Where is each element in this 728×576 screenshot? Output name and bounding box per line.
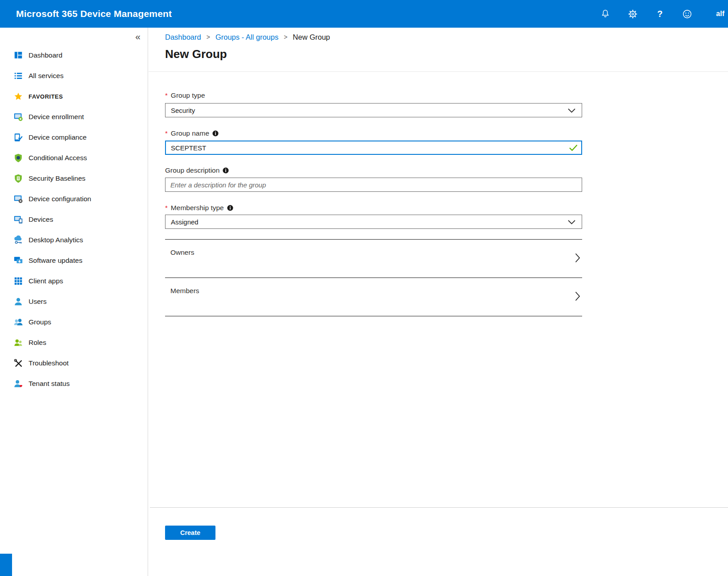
- new-group-form: * Group type Security * Group name Group…: [165, 28, 582, 576]
- sidebar-item-device-enrollment[interactable]: Device enrollment: [0, 107, 148, 127]
- membership-type-label: * Membership type: [165, 204, 233, 212]
- app-title: Microsoft 365 Device Management: [16, 8, 172, 19]
- group-type-label-text: Group type: [171, 91, 205, 99]
- sidebar-item-label: Software updates: [29, 257, 83, 265]
- sidebar-item-groups[interactable]: Groups: [0, 312, 148, 332]
- sidebar-item-label: Troubleshoot: [29, 359, 69, 367]
- sidebar-item-all-services[interactable]: All services: [0, 66, 148, 86]
- sidebar-item-software-updates[interactable]: Software updates: [0, 250, 148, 271]
- membership-type-label-text: Membership type: [171, 204, 224, 212]
- sidebar-item-label: Tenant status: [29, 380, 70, 388]
- create-button[interactable]: Create: [165, 526, 215, 540]
- sidebar-item-device-compliance[interactable]: Device compliance: [0, 127, 148, 148]
- info-icon[interactable]: [212, 130, 219, 137]
- sidebar-item-device-configuration[interactable]: Device configuration: [0, 189, 148, 209]
- client-apps-icon: [13, 276, 24, 286]
- chevron-right-icon: [575, 291, 580, 303]
- required-marker: *: [165, 91, 168, 99]
- sidebar-item-label: Users: [29, 298, 46, 306]
- users-icon: [13, 296, 24, 307]
- sidebar-item-users[interactable]: Users: [0, 291, 148, 312]
- membership-type-select[interactable]: Assigned: [165, 215, 582, 229]
- collapse-sidebar-icon[interactable]: «: [135, 31, 141, 42]
- sidebar-item-security-baselines[interactable]: Security Baselines: [0, 168, 148, 189]
- gear-icon[interactable]: [627, 8, 638, 19]
- device-compliance-icon: [13, 132, 24, 143]
- sidebar-item-conditional-access[interactable]: Conditional Access: [0, 148, 148, 168]
- group-description-input[interactable]: [165, 178, 582, 192]
- checkmark-icon: [569, 145, 578, 153]
- software-updates-icon: [13, 255, 24, 266]
- dashboard-icon: [13, 50, 24, 61]
- group-description-label-text: Group description: [165, 166, 219, 174]
- troubleshoot-icon: [13, 358, 24, 369]
- sidebar-item-label: Client apps: [29, 277, 63, 285]
- conditional-access-icon: [13, 153, 24, 163]
- help-icon[interactable]: ?: [654, 8, 665, 19]
- group-name-input[interactable]: [165, 141, 582, 155]
- group-name-label-text: Group name: [171, 129, 209, 137]
- sidebar-item-roles[interactable]: Roles: [0, 332, 148, 353]
- sidebar-item-tenant-status[interactable]: Tenant status: [0, 373, 148, 394]
- sidebar-item-label: All services: [29, 72, 63, 80]
- group-type-select[interactable]: Security: [165, 103, 582, 117]
- members-row[interactable]: Members: [165, 278, 582, 316]
- sidebar-item-desktop-analytics[interactable]: Desktop Analytics: [0, 230, 148, 250]
- desktop-analytics-icon: [13, 235, 24, 245]
- chevron-right-icon: [575, 253, 580, 265]
- account-name[interactable]: alf: [716, 10, 724, 18]
- sidebar-nav: Dashboard All services FAVORITES Device …: [0, 45, 148, 394]
- devices-icon: [13, 214, 24, 225]
- roles-icon: [13, 337, 24, 348]
- group-description-field: [165, 178, 582, 192]
- sidebar: « Dashboard All services FAVORITES Devic…: [0, 28, 148, 576]
- required-marker: *: [165, 204, 168, 211]
- sidebar-item-troubleshoot[interactable]: Troubleshoot: [0, 353, 148, 373]
- group-name-field: [165, 141, 582, 155]
- star-icon: [13, 91, 24, 102]
- device-enrollment-icon: [13, 112, 24, 122]
- chevron-down-icon: [568, 107, 575, 114]
- sidebar-item-label: Roles: [29, 339, 46, 347]
- sidebar-item-label: Groups: [29, 318, 51, 326]
- smiley-icon[interactable]: [682, 8, 692, 19]
- bell-icon[interactable]: [600, 8, 611, 19]
- sidebar-item-label: Device enrollment: [29, 113, 84, 121]
- security-baselines-icon: [13, 173, 24, 184]
- sidebar-item-label: Device configuration: [29, 195, 91, 203]
- members-row-label: Members: [170, 287, 199, 294]
- info-icon[interactable]: [227, 205, 233, 211]
- group-type-label: * Group type: [165, 91, 205, 99]
- group-type-value: Security: [171, 107, 195, 114]
- topbar-actions: ? alf: [600, 8, 724, 19]
- sidebar-item-client-apps[interactable]: Client apps: [0, 271, 148, 291]
- chevron-down-icon: [568, 218, 575, 226]
- required-marker: *: [165, 129, 168, 137]
- main-content: Dashboard > Groups - All groups > New Gr…: [149, 28, 728, 576]
- sidebar-item-dashboard[interactable]: Dashboard: [0, 45, 148, 66]
- member-selection-rows: Owners Members: [165, 239, 582, 316]
- footer-divider: [150, 507, 728, 508]
- groups-icon: [13, 317, 24, 327]
- corner-accent: [0, 554, 12, 576]
- tenant-status-icon: [13, 378, 24, 389]
- sidebar-section-label: FAVORITES: [29, 93, 63, 100]
- group-description-label: Group description: [165, 166, 229, 174]
- topbar: Microsoft 365 Device Management ?: [0, 0, 728, 28]
- device-configuration-icon: [13, 194, 24, 204]
- sidebar-item-label: Security Baselines: [29, 174, 86, 182]
- sidebar-item-devices[interactable]: Devices: [0, 209, 148, 230]
- sidebar-section-favorites: FAVORITES: [0, 86, 148, 107]
- owners-row[interactable]: Owners: [165, 239, 582, 278]
- sidebar-item-label: Conditional Access: [29, 154, 87, 162]
- info-icon[interactable]: [223, 167, 229, 174]
- owners-row-label: Owners: [170, 249, 194, 256]
- membership-type-value: Assigned: [171, 218, 199, 226]
- sidebar-item-label: Device compliance: [29, 133, 87, 141]
- sidebar-item-label: Devices: [29, 215, 53, 224]
- all-services-icon: [13, 70, 24, 81]
- sidebar-item-label: Dashboard: [29, 51, 62, 59]
- group-name-label: * Group name: [165, 129, 219, 137]
- sidebar-item-label: Desktop Analytics: [29, 236, 83, 244]
